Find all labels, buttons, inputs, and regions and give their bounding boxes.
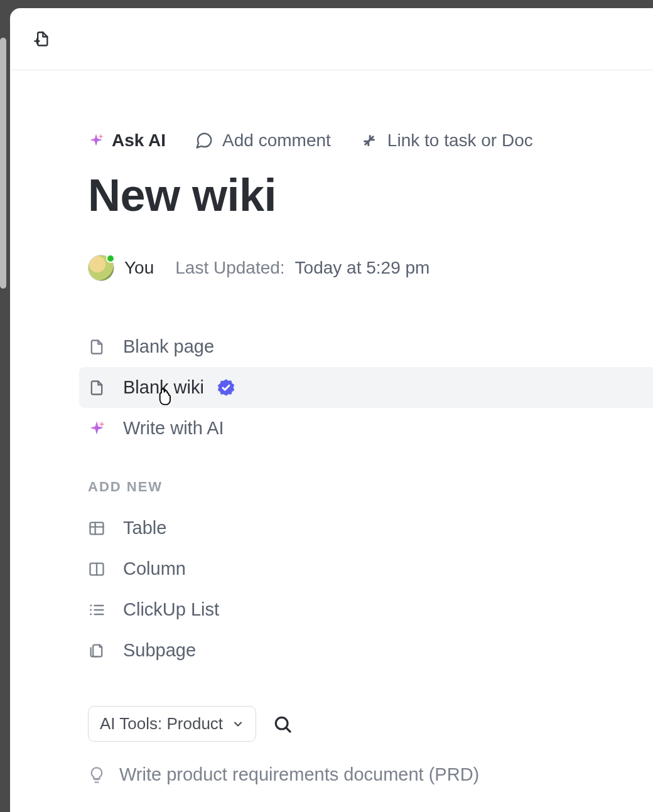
link-arrows-icon (360, 131, 379, 150)
add-clickup-list[interactable]: ClickUp List (88, 589, 653, 630)
svg-line-14 (286, 727, 290, 731)
ask-ai-button[interactable]: Ask AI (88, 131, 166, 151)
ask-ai-label: Ask AI (112, 131, 166, 151)
comment-icon (195, 131, 213, 150)
svg-point-8 (90, 609, 92, 611)
lightbulb-icon (88, 766, 105, 784)
page-icon (88, 338, 105, 356)
new-doc-icon[interactable] (33, 30, 50, 48)
sparkle-icon (88, 420, 105, 437)
add-table[interactable]: Table (88, 508, 653, 548)
verified-badge-icon (217, 378, 235, 397)
ai-tools-row: AI Tools: Product (88, 706, 653, 742)
svg-point-9 (90, 613, 92, 615)
updated-value: Today at 5:29 pm (295, 258, 430, 278)
template-options: Blank page Blank wiki (88, 326, 653, 449)
sparkle-icon (88, 132, 104, 149)
link-label: Link to task or Doc (387, 131, 533, 151)
add-new-label: ClickUp List (123, 599, 219, 620)
action-row: Ask AI Add comment (88, 131, 653, 151)
doc-modal: Ask AI Add comment (10, 8, 653, 812)
link-button[interactable]: Link to task or Doc (360, 131, 533, 151)
svg-point-7 (90, 604, 92, 606)
add-column[interactable]: Column (88, 548, 653, 589)
page-icon (88, 379, 105, 397)
add-comment-label: Add comment (222, 131, 331, 151)
column-icon (88, 560, 105, 578)
updated-label: Last Updated: (175, 258, 284, 278)
ai-tools-dropdown[interactable]: AI Tools: Product (88, 706, 256, 742)
add-subpage[interactable]: Subpage (88, 630, 653, 671)
ai-suggestion-label: Write product requirements document (PRD… (119, 764, 479, 785)
subpage-icon (88, 642, 105, 660)
chevron-down-icon (232, 718, 244, 730)
add-new-list: Table Column (88, 508, 653, 671)
add-new-label: Column (123, 558, 186, 579)
list-icon (88, 601, 105, 619)
add-new-heading: ADD NEW (88, 479, 653, 495)
ai-tools-label: AI Tools: Product (100, 714, 223, 734)
meta-row: You Last Updated: Today at 5:29 pm (88, 255, 653, 281)
add-new-label: Subpage (123, 640, 196, 661)
add-new-label: Table (123, 518, 166, 538)
topbar (10, 8, 653, 70)
option-blank-page[interactable]: Blank page (88, 326, 653, 367)
option-label: Blank page (123, 336, 214, 357)
avatar[interactable] (88, 255, 114, 281)
search-button[interactable] (273, 714, 293, 734)
add-comment-button[interactable]: Add comment (195, 131, 331, 151)
option-blank-wiki[interactable]: Blank wiki (79, 367, 653, 408)
ai-suggestion-prd[interactable]: Write product requirements document (PRD… (88, 764, 653, 785)
page-title[interactable]: New wiki (88, 169, 653, 221)
author-name[interactable]: You (124, 258, 154, 278)
table-icon (88, 520, 105, 537)
option-write-ai[interactable]: Write with AI (88, 408, 653, 449)
svg-rect-2 (90, 522, 104, 534)
option-label: Write with AI (123, 418, 224, 439)
option-label: Blank wiki (123, 377, 204, 398)
presence-indicator (106, 254, 115, 263)
